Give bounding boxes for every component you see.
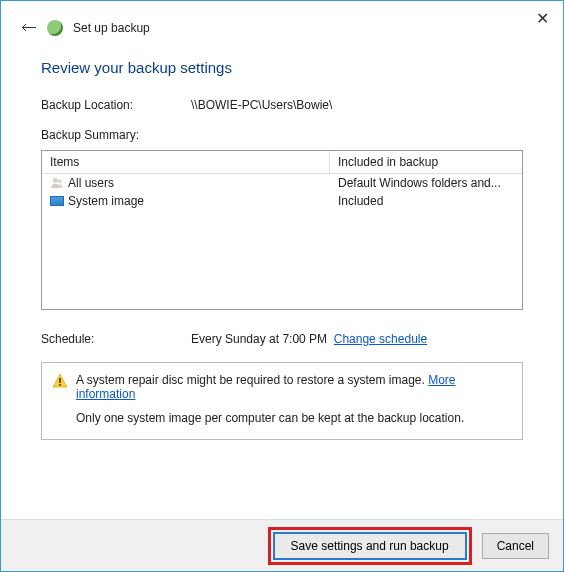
change-schedule-link[interactable]: Change schedule <box>334 332 427 346</box>
row-item-name: All users <box>68 176 114 190</box>
table-row[interactable]: All users Default Windows folders and... <box>42 174 522 192</box>
backup-location-label: Backup Location: <box>41 98 151 112</box>
wizard-header: 🡐 Set up backup <box>1 1 563 37</box>
info-text-2: Only one system image per computer can b… <box>52 411 512 425</box>
wizard-title: Set up backup <box>73 21 150 35</box>
schedule-value: Every Sunday at 7:00 PM <box>191 332 327 346</box>
svg-rect-2 <box>59 378 61 383</box>
table-row[interactable]: System image Included <box>42 192 522 210</box>
schedule-label: Schedule: <box>41 332 151 346</box>
row-item-included: Included <box>330 192 522 210</box>
save-and-run-button[interactable]: Save settings and run backup <box>273 532 467 560</box>
page-title: Review your backup settings <box>41 59 523 76</box>
users-icon <box>50 176 64 190</box>
backup-summary-label: Backup Summary: <box>41 128 523 142</box>
schedule-row: Schedule: Every Sunday at 7:00 PM Change… <box>41 332 523 346</box>
info-text-1: A system repair disc might be required t… <box>76 373 512 401</box>
info-box: A system repair disc might be required t… <box>41 362 523 440</box>
backup-summary-table: Items Included in backup All users Defau… <box>41 150 523 310</box>
svg-rect-3 <box>59 384 61 386</box>
back-arrow-icon[interactable]: 🡐 <box>21 19 37 37</box>
svg-point-0 <box>53 178 57 182</box>
drive-icon <box>50 196 64 206</box>
close-icon[interactable]: ✕ <box>536 9 549 28</box>
dialog-footer: Save settings and run backup Cancel <box>1 519 563 571</box>
highlight-box: Save settings and run backup <box>268 527 472 565</box>
row-item-included: Default Windows folders and... <box>330 174 522 192</box>
row-item-name: System image <box>68 194 144 208</box>
backup-location-value: \\BOWIE-PC\Users\Bowie\ <box>191 98 332 112</box>
warning-icon <box>52 373 68 389</box>
included-column-header[interactable]: Included in backup <box>330 151 522 174</box>
backup-location-row: Backup Location: \\BOWIE-PC\Users\Bowie\ <box>41 98 523 112</box>
wizard-globe-icon <box>47 20 63 36</box>
svg-point-1 <box>58 180 61 183</box>
items-column-header[interactable]: Items <box>42 151 330 174</box>
cancel-button[interactable]: Cancel <box>482 533 549 559</box>
